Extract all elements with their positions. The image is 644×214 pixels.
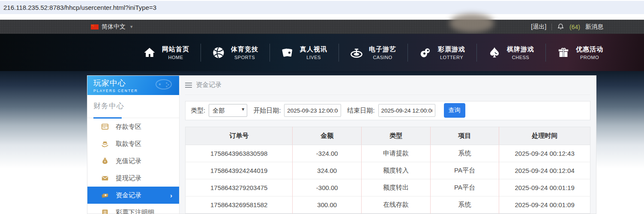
- sidebar-item-withdraw-zone[interactable]: 取款专区: [87, 135, 179, 152]
- main-nav: 网站首页 HOME 体育竞技 SPORTS 真人视讯 LIVES: [0, 34, 644, 71]
- sidebar-section-finance: 财务中心: [87, 95, 179, 118]
- cell-order-id: 1758643924244019: [186, 162, 293, 179]
- sidebar: 玩家中心 PLAYERS CENTER 财务中心 存款专区: [87, 76, 180, 214]
- type-select[interactable]: 全部: [209, 104, 247, 117]
- cell-amount: -300.00: [293, 179, 362, 196]
- content-panel: 玩家中心 PLAYERS CENTER 财务中心 存款专区: [87, 75, 596, 214]
- table-row: 1758643963830598 -324.00 申请提款 系统 2025-09…: [186, 145, 590, 162]
- cell-order-id: 1758643963830598: [186, 145, 293, 162]
- sports-ball-icon: [212, 46, 225, 59]
- address-bar[interactable]: 216.118.235.52:8783/hhcp/usercenter.html…: [0, 0, 644, 14]
- sidebar-item-label: 取款专区: [116, 140, 141, 148]
- playing-cards-icon: [281, 46, 294, 59]
- nav-label-zh: 网站首页: [162, 45, 189, 54]
- nav-label-en: LOTTERY: [438, 55, 465, 60]
- envelope-icon: [101, 174, 109, 182]
- language-label: 简体中文: [102, 23, 126, 31]
- page-title: 资金记录: [196, 81, 222, 89]
- sidebar-item-label: 资金记录: [116, 191, 141, 199]
- nav-label-zh: 真人视讯: [300, 45, 327, 54]
- language-selector[interactable]: 简体中文 ▾: [91, 23, 133, 31]
- nav-label-en: CHESS: [507, 55, 534, 60]
- col-header-project: 项目: [430, 127, 499, 145]
- sidebar-item-label: 存款专区: [116, 123, 141, 131]
- chevron-right-icon: ›: [170, 192, 172, 199]
- nav-label-zh: 优惠活动: [576, 45, 603, 54]
- sidebar-item-lottery-bet-details[interactable]: 彩票下注明细: [87, 204, 179, 214]
- cell-type: 在线存款: [362, 196, 431, 214]
- new-messages-link[interactable]: 新消息: [585, 23, 603, 31]
- start-date-label: 开始日期:: [253, 107, 281, 115]
- nav-item-casino[interactable]: 电子游艺 CASINO: [339, 45, 407, 60]
- cell-project: PA平台: [430, 162, 499, 179]
- nav-label-en: CASINO: [369, 55, 396, 60]
- breadcrumb: 资金记录: [185, 76, 590, 95]
- table-row: 1758643269581582 300.00 在线存款 系统 2025-09-…: [186, 196, 590, 214]
- banknotes-icon: [101, 191, 109, 199]
- cell-order-id: 1758643279203475: [186, 179, 293, 196]
- divider: [551, 24, 552, 30]
- gift-icon: [557, 46, 570, 59]
- sidebar-item-withdrawal-records[interactable]: 提现记录: [87, 169, 179, 187]
- col-header-type: 类型: [362, 127, 431, 145]
- money-bag-icon: ¥: [101, 157, 109, 165]
- cell-process-time: 2025-09-24 00:01:09: [499, 196, 590, 214]
- nav-label-en: SPORTS: [231, 55, 258, 60]
- cell-process-time: 2025-09-24 00:01:19: [499, 179, 590, 196]
- filter-bar: 类型: 全部 开始日期: 结束日期: 查询: [185, 101, 590, 120]
- search-button[interactable]: 查询: [444, 103, 465, 118]
- table-row: 1758643924244019 324.00 额度转入 PA平台 2025-0…: [186, 162, 590, 179]
- nav-label-en: PROMO: [576, 55, 603, 60]
- nav-label-en: HOME: [162, 55, 189, 60]
- nav-item-promo[interactable]: 优惠活动 PROMO: [546, 45, 614, 60]
- nav-item-lottery[interactable]: 彩票游戏 LOTTERY: [408, 45, 476, 60]
- col-header-order-id: 订单号: [186, 127, 293, 145]
- gamepad-icon: [154, 78, 173, 91]
- nav-label-zh: 体育竞技: [231, 45, 258, 54]
- cell-amount: 300.00: [293, 196, 362, 214]
- type-select-wrap: 全部: [209, 104, 247, 117]
- cell-type: 申请提款: [362, 145, 431, 162]
- cell-project: 系统: [430, 196, 499, 214]
- col-header-process-time: 处理时间: [499, 127, 590, 145]
- logout-link[interactable]: [退出]: [531, 23, 546, 31]
- deposit-card-icon: [101, 123, 109, 131]
- china-flag-icon: [91, 24, 99, 30]
- document-icon: [101, 208, 109, 214]
- sidebar-item-deposit-zone[interactable]: 存款专区: [87, 118, 179, 135]
- fund-records-table: 订单号 金额 类型 项目 处理时间 1758643963830598 -324.…: [185, 127, 590, 214]
- cell-process-time: 2025-09-24 00:12:04: [499, 162, 590, 179]
- lottery-balls-icon: [419, 46, 432, 59]
- nav-item-sports[interactable]: 体育竞技 SPORTS: [201, 45, 270, 60]
- type-label: 类型:: [191, 107, 205, 115]
- main-area: 资金记录 类型: 全部 开始日期: 结束日期: 查询 订单号 金额: [180, 76, 596, 214]
- nav-label-zh: 电子游艺: [369, 45, 396, 54]
- username-redacted: [449, 14, 494, 33]
- start-date-input[interactable]: [284, 104, 341, 117]
- nav-item-lives[interactable]: 真人视讯 LIVES: [270, 45, 338, 60]
- nav-item-home[interactable]: 网站首页 HOME: [132, 45, 201, 60]
- end-date-input[interactable]: [378, 104, 435, 117]
- chevron-down-icon: ▾: [130, 24, 133, 30]
- nav-label-zh: 彩票游戏: [438, 45, 465, 54]
- cell-project: PA平台: [430, 179, 499, 196]
- sidebar-item-fund-records[interactable]: 资金记录 ›: [87, 187, 179, 204]
- sidebar-item-label: 充值记录: [116, 157, 141, 165]
- page-url: 216.118.235.52:8783/hhcp/usercenter.html…: [3, 4, 156, 11]
- cell-process-time: 2025-09-24 00:12:43: [499, 145, 590, 162]
- cell-order-id: 1758643269581582: [186, 196, 293, 214]
- sidebar-item-label: 提现记录: [116, 174, 141, 182]
- nav-label-en: LIVES: [300, 55, 327, 60]
- bell-icon[interactable]: [557, 23, 564, 30]
- sidebar-header: 玩家中心 PLAYERS CENTER: [87, 76, 179, 95]
- table-header-row: 订单号 金额 类型 项目 处理时间: [186, 127, 590, 145]
- spade-icon: [488, 46, 501, 59]
- nav-label-zh: 棋牌游戏: [507, 45, 534, 54]
- nav-item-chess[interactable]: 棋牌游戏 CHESS: [477, 45, 545, 60]
- col-header-amount: 金额: [293, 127, 362, 145]
- menu-lines-icon: [185, 83, 192, 88]
- sidebar-item-label: 彩票下注明细: [116, 208, 154, 214]
- cell-amount: 324.00: [293, 162, 362, 179]
- sidebar-item-recharge-records[interactable]: ¥ 充值记录: [87, 152, 179, 169]
- section-label: 财务中心: [93, 101, 179, 111]
